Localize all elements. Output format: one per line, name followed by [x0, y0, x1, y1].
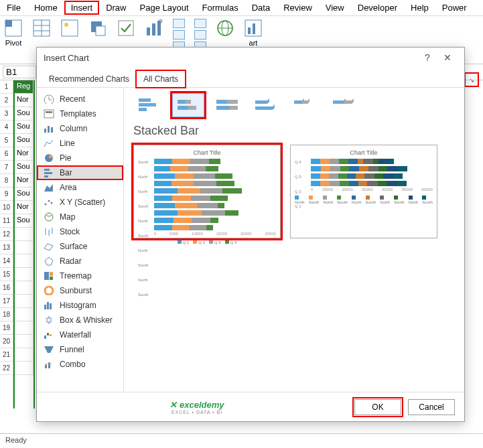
- row-header[interactable]: 21: [0, 348, 13, 362]
- tab-recommended-charts[interactable]: Recommended Charts: [42, 71, 136, 87]
- dialog-launcher-highlight[interactable]: ↘: [464, 72, 479, 87]
- menu-data[interactable]: Data: [245, 1, 277, 15]
- name-box[interactable]: [3, 66, 36, 78]
- nav-stock[interactable]: Stock: [37, 224, 123, 239]
- cell[interactable]: [15, 268, 33, 281]
- nav-recent[interactable]: Recent: [37, 92, 123, 106]
- menu-review[interactable]: Review: [277, 1, 319, 15]
- nav-radar[interactable]: Radar: [37, 254, 123, 269]
- dialog-help-button[interactable]: ?: [417, 52, 437, 63]
- cancel-button[interactable]: Cancel: [408, 399, 455, 415]
- row-header[interactable]: 12: [0, 228, 13, 241]
- cell[interactable]: [15, 348, 33, 362]
- cell[interactable]: Sou: [15, 121, 33, 134]
- menu-formulas[interactable]: Formulas: [196, 1, 245, 15]
- menu-page-layout[interactable]: Page Layout: [133, 1, 196, 15]
- menu-power[interactable]: Power: [435, 1, 474, 15]
- row-header[interactable]: 4: [0, 121, 13, 134]
- row-header[interactable]: 10: [0, 201, 13, 214]
- row-header[interactable]: 6: [0, 147, 13, 161]
- menu-developer[interactable]: Developer: [351, 1, 404, 15]
- menu-help[interactable]: Help: [404, 1, 435, 15]
- nav-funnel[interactable]: Funnel: [37, 342, 123, 357]
- row-header[interactable]: 20: [0, 335, 13, 348]
- cell[interactable]: [15, 335, 33, 348]
- cell[interactable]: Nor: [15, 201, 33, 214]
- row-header[interactable]: 9: [0, 188, 13, 201]
- ribbon-illustrations[interactable]: [60, 19, 79, 38]
- ribbon-line-chart[interactable]: [173, 30, 185, 40]
- nav-scatter[interactable]: X Y (Scatter): [37, 195, 123, 210]
- ok-button[interactable]: OK: [354, 399, 401, 415]
- nav-waterfall[interactable]: Waterfall: [37, 327, 123, 342]
- ribbon-addins[interactable]: [117, 19, 135, 38]
- cell[interactable]: [15, 281, 33, 295]
- nav-map[interactable]: Map: [37, 210, 123, 224]
- subtype-3d-100-stacked-bar[interactable]: [328, 93, 360, 117]
- row-header[interactable]: 7: [0, 161, 13, 174]
- row-header[interactable]: 1: [0, 80, 13, 94]
- row-header[interactable]: 19: [0, 321, 13, 335]
- cell[interactable]: Sou: [15, 107, 33, 121]
- row-header[interactable]: 13: [0, 241, 13, 254]
- subtype-3d-stacked-bar[interactable]: [289, 93, 321, 117]
- row-header[interactable]: 3: [0, 107, 13, 121]
- ribbon-shapes[interactable]: [88, 19, 107, 38]
- cell-header[interactable]: Reg: [15, 80, 33, 94]
- dialog-close-button[interactable]: ✕: [437, 52, 458, 63]
- nav-line[interactable]: Line: [37, 136, 123, 151]
- nav-treemap[interactable]: Treemap: [37, 269, 123, 283]
- ribbon-recommended-charts[interactable]: ?: [145, 19, 163, 38]
- chart-preview-1[interactable]: Chart Title SouthNorthNorthSouthNorthSou…: [133, 145, 281, 238]
- nav-surface[interactable]: Surface: [37, 239, 123, 254]
- row-header[interactable]: 17: [0, 295, 13, 308]
- ribbon-area-chart[interactable]: [194, 19, 206, 28]
- ribbon-column-chart[interactable]: [173, 19, 185, 28]
- menu-file[interactable]: File: [0, 1, 27, 15]
- row-header[interactable]: 2: [0, 94, 13, 107]
- cell[interactable]: Sou: [15, 161, 33, 174]
- ribbon-table[interactable]: [32, 19, 51, 38]
- nav-bar[interactable]: Bar: [37, 165, 123, 180]
- cell[interactable]: [15, 362, 33, 375]
- subtype-3d-clustered-bar[interactable]: [250, 93, 282, 117]
- nav-combo[interactable]: Combo: [37, 357, 123, 372]
- ribbon-maps[interactable]: [216, 19, 234, 38]
- nav-sunburst[interactable]: Sunburst: [37, 283, 123, 298]
- row-header[interactable]: 8: [0, 174, 13, 188]
- row-header[interactable]: 16: [0, 281, 13, 295]
- menu-draw[interactable]: Draw: [99, 1, 133, 15]
- cell[interactable]: [15, 254, 33, 268]
- nav-templates[interactable]: Templates: [37, 106, 123, 121]
- cell[interactable]: [15, 295, 33, 308]
- nav-area[interactable]: Area: [37, 180, 123, 195]
- cell[interactable]: Nor: [15, 147, 33, 161]
- ribbon-scatter-chart[interactable]: [194, 30, 206, 40]
- ribbon-pivottable[interactable]: Pivot: [4, 19, 23, 47]
- cell[interactable]: [15, 321, 33, 335]
- chart-preview-2[interactable]: Chart Title Q 4Q 3Q 2Q 1 010000200003000…: [290, 145, 437, 238]
- cell[interactable]: Sou: [15, 134, 33, 147]
- cell[interactable]: Nor: [15, 94, 33, 107]
- nav-histogram[interactable]: Histogram: [37, 298, 123, 313]
- subtype-clustered-bar[interactable]: [133, 93, 165, 117]
- menu-insert[interactable]: Insert: [64, 1, 100, 15]
- row-header[interactable]: 5: [0, 134, 13, 147]
- ribbon-pivotchart[interactable]: art: [244, 19, 263, 47]
- row-header[interactable]: 22: [0, 362, 13, 375]
- cell[interactable]: [15, 308, 33, 321]
- tab-all-charts[interactable]: All Charts: [136, 70, 186, 88]
- cell[interactable]: [15, 228, 33, 241]
- nav-pie[interactable]: Pie: [37, 151, 123, 165]
- cell[interactable]: Nor: [15, 174, 33, 188]
- row-header[interactable]: 11: [0, 214, 13, 228]
- subtype-100-stacked-bar[interactable]: [211, 93, 243, 117]
- nav-box-whisker[interactable]: Box & Whisker: [37, 313, 123, 327]
- row-header[interactable]: 15: [0, 268, 13, 281]
- row-header[interactable]: 18: [0, 308, 13, 321]
- nav-column[interactable]: Column: [37, 121, 123, 136]
- subtype-stacked-bar[interactable]: [172, 93, 204, 117]
- row-header[interactable]: 14: [0, 254, 13, 268]
- menu-view[interactable]: View: [319, 1, 351, 15]
- cell[interactable]: Sou: [15, 214, 33, 228]
